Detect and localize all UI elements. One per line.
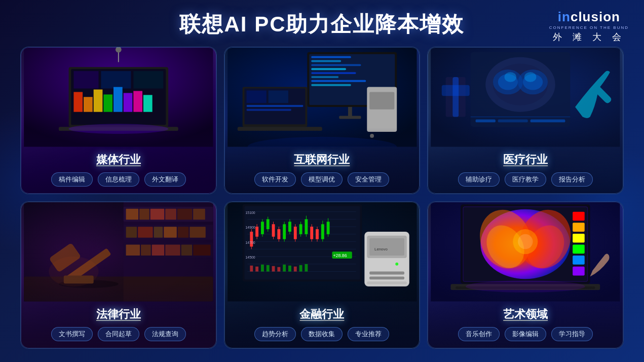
svg-rect-4: [73, 71, 98, 88]
svg-rect-174: [573, 256, 585, 265]
svg-rect-40: [369, 92, 394, 109]
svg-rect-78: [126, 245, 140, 256]
card-medical-title: 医疗行业: [503, 152, 548, 167]
svg-rect-31: [339, 116, 361, 119]
svg-rect-67: [165, 209, 176, 220]
tag-law-1: 合同起草: [98, 327, 139, 341]
card-law-tags: 文书撰写 合同起草 法规查询: [51, 327, 186, 341]
card-finance-content: 金融行业 趋势分析 数据收集 专业推荐: [224, 307, 420, 341]
svg-rect-24: [311, 64, 361, 66]
card-finance-tags: 趋势分析 数据收集 专业推荐: [254, 327, 389, 341]
svg-rect-81: [165, 245, 180, 256]
tag-finance-0: 趋势分析: [254, 327, 296, 341]
svg-rect-27: [311, 76, 338, 78]
card-law-content: 法律行业 文书撰写 合同起草 法规查询: [21, 307, 216, 341]
svg-rect-140: [288, 266, 291, 272]
svg-rect-153: [369, 272, 404, 275]
svg-rect-139: [283, 265, 286, 272]
svg-rect-5: [101, 71, 131, 88]
card-law: 法律行业 文书撰写 合同起草 法规查询: [20, 201, 217, 349]
card-medical-content: 医疗行业 辅助诊疗 医疗教学 报告分析: [428, 152, 623, 187]
svg-rect-36: [246, 105, 303, 107]
card-media-title: 媒体行业: [96, 152, 141, 167]
svg-rect-175: [573, 267, 585, 276]
svg-rect-37: [246, 109, 291, 111]
svg-rect-73: [154, 227, 163, 238]
card-grid: 媒体行业 稿件编辑 信息梳理 外文翻译: [0, 47, 644, 358]
svg-text:15100: 15100: [245, 211, 255, 214]
tag-law-0: 文书撰写: [51, 327, 93, 341]
card-internet-content: 互联网行业 软件开发 模型调优 安全管理: [224, 152, 420, 187]
svg-rect-13: [133, 91, 142, 112]
svg-rect-134: [255, 267, 258, 272]
svg-rect-65: [139, 209, 149, 220]
logo-area: inclusion CONFERENCE ON THE BUND 外 滩 大 会: [549, 9, 629, 43]
card-internet: 互联网行业 软件开发 模型调优 安全管理: [224, 47, 421, 194]
logo-sub: CONFERENCE ON THE BUND: [549, 25, 629, 30]
logo-cn: 外 滩 大 会: [549, 31, 629, 43]
svg-rect-137: [272, 266, 275, 272]
tag-art-2: 学习指导: [551, 327, 593, 341]
svg-rect-25: [311, 68, 346, 70]
svg-rect-72: [138, 227, 153, 238]
tag-medical-2: 报告分析: [551, 172, 593, 187]
svg-rect-135: [261, 265, 264, 272]
tag-internet-0: 软件开发: [254, 172, 296, 187]
tag-law-2: 法规查询: [144, 327, 186, 341]
svg-rect-172: [573, 234, 585, 243]
svg-rect-173: [573, 245, 585, 254]
svg-rect-143: [305, 264, 308, 272]
svg-rect-7: [73, 92, 83, 112]
svg-rect-23: [311, 60, 341, 62]
svg-rect-68: [177, 209, 192, 220]
svg-rect-64: [126, 209, 139, 220]
svg-rect-10: [103, 94, 112, 112]
svg-rect-74: [164, 227, 177, 238]
svg-rect-14: [143, 95, 153, 112]
svg-rect-60: [453, 77, 459, 117]
svg-rect-170: [573, 212, 585, 221]
svg-rect-12: [124, 93, 133, 112]
svg-rect-22: [311, 56, 351, 58]
tag-internet-1: 模型调优: [301, 172, 343, 187]
card-art: 艺术领域 音乐创作 影像编辑 学习指导: [427, 201, 624, 349]
svg-rect-8: [84, 97, 93, 112]
svg-text:14500: 14500: [245, 256, 255, 259]
tag-media-1: 信息梳理: [98, 172, 139, 187]
tag-art-1: 影像编辑: [505, 327, 546, 341]
svg-rect-83: [193, 245, 210, 256]
svg-point-52: [524, 72, 537, 82]
card-medical-tags: 辅助诊疗 医疗教学 报告分析: [458, 172, 593, 187]
svg-rect-82: [181, 245, 193, 256]
svg-text:Lenovo: Lenovo: [374, 247, 388, 251]
svg-rect-138: [277, 267, 280, 272]
tag-art-0: 音乐创作: [458, 327, 500, 341]
svg-rect-69: [193, 209, 205, 220]
card-internet-title: 互联网行业: [294, 152, 350, 167]
tag-media-0: 稿件编辑: [51, 172, 93, 187]
svg-point-169: [518, 234, 533, 249]
card-medical: 医疗行业 辅助诊疗 医疗教学 报告分析: [427, 47, 624, 194]
svg-rect-11: [113, 87, 123, 112]
svg-rect-142: [299, 265, 302, 272]
logo-inclusion: inclusion: [549, 9, 629, 25]
svg-rect-34: [246, 90, 266, 103]
svg-rect-28: [311, 80, 366, 82]
svg-text:14700: 14700: [245, 241, 255, 244]
svg-rect-66: [150, 209, 165, 220]
svg-rect-154: [369, 276, 404, 279]
svg-rect-56: [531, 119, 565, 122]
svg-rect-30: [348, 107, 352, 117]
svg-rect-54: [476, 119, 496, 122]
svg-rect-55: [498, 119, 528, 122]
card-media: 媒体行业 稿件编辑 信息梳理 外文翻译: [20, 47, 217, 194]
svg-text:+28.86: +28.86: [333, 253, 347, 258]
card-art-content: 艺术领域 音乐创作 影像编辑 学习指导: [428, 307, 623, 341]
card-media-tags: 稿件编辑 信息梳理 外文翻译: [51, 172, 186, 187]
logo-in: in: [558, 9, 571, 24]
card-art-tags: 音乐创作 影像编辑 学习指导: [458, 327, 593, 341]
svg-rect-6: [133, 71, 163, 88]
tag-finance-1: 数据收集: [301, 327, 343, 341]
svg-rect-29: [311, 84, 351, 86]
svg-text:14900: 14900: [245, 226, 255, 229]
